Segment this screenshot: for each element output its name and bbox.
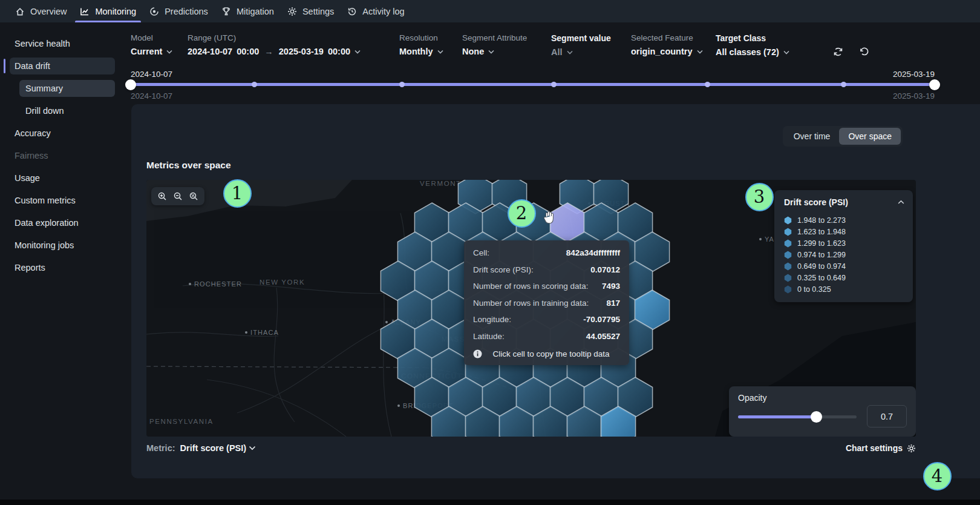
sidebar-item-monitoring-jobs[interactable]: Monitoring jobs [10,237,115,254]
tooltip-row-label: Drift score (PSI): [473,265,534,275]
segment-value-field: Segment value All [551,33,612,70]
tooltip-row: Drift score (PSI):0.07012 [473,265,620,275]
sidebar-item-service-health[interactable]: Service health [10,35,115,52]
sidebar-item-data-exploration[interactable]: Data exploration [10,214,115,231]
chart-line-icon [80,7,90,16]
slider-handle-start[interactable] [125,79,136,90]
zoom-in-button[interactable] [157,191,167,201]
slider-tick-dot [252,82,257,87]
tooltip-row-value: 7493 [602,282,620,291]
top-navigation: Overview Monitoring Predictions Mitigati… [0,0,980,22]
nav-item-predictions[interactable]: Predictions [143,0,215,22]
range-start-sublabel: 2024-10-07 [131,91,172,101]
tooltip-row-label: Number of rows in training data: [473,299,589,308]
slider-tick-dot [551,82,557,87]
page-title: Metrics over space [146,160,903,171]
tooltip-row-label: Number of rows in scoring data: [473,282,589,291]
nav-item-overview[interactable]: Overview [8,0,73,22]
refresh-button[interactable] [833,47,843,70]
segment-attribute-field: Segment Attribute None [462,33,532,70]
annotation-marker-1: 1 [223,179,252,208]
range-end-sublabel: 2025-03-19 [893,91,935,101]
chevron-down-icon [697,50,703,54]
sidebar-item-accuracy[interactable]: Accuracy [10,125,115,142]
legend-range-label: 1.948 to 2.273 [797,216,846,225]
nav-label: Mitigation [237,7,274,16]
hexagon-swatch-icon [784,274,792,282]
nav-item-monitoring[interactable]: Monitoring [73,0,143,22]
legend-item: 1.948 to 2.273 [784,214,904,226]
sidebar-item-data-drift[interactable]: Data drift [10,58,115,74]
tooltip-row-value: 0.07012 [590,265,620,275]
legend-header[interactable]: Drift score (PSI) [784,197,904,207]
selected-feature-dropdown[interactable]: origin_country [631,47,696,56]
main-area: Model Current Range (UTC) 2024-10-07 00:… [121,22,980,505]
chevron-down-icon [354,50,361,54]
nav-item-settings[interactable]: Settings [281,0,341,22]
view-toggle: Over time Over space [783,126,903,147]
slider-handle-end[interactable] [929,79,940,90]
model-dropdown[interactable]: Current [131,47,168,56]
tooltip-row: Number of rows in training data:817 [473,299,620,308]
annotation-marker-2: 2 [508,199,536,228]
legend-item: 0.649 to 0.974 [784,260,904,272]
chevron-down-icon [488,50,494,54]
chevron-down-icon [437,50,443,54]
sidebar-item-reports[interactable]: Reports [10,259,115,276]
range-start-label: 2024-10-07 [131,70,172,79]
opacity-slider[interactable] [738,415,857,418]
zoom-in-icon [157,191,167,201]
slider-track[interactable] [131,83,935,86]
legend-range-label: 0.649 to 0.974 [797,262,846,271]
toggle-over-time[interactable]: Over time [785,128,840,145]
chevron-down-icon [783,50,789,54]
legend-item: 1.623 to 1.948 [784,226,904,237]
chart-settings-button[interactable]: Chart settings [846,443,916,453]
zoom-fit-button[interactable] [189,191,198,201]
tooltip-rows: Cell:842a34dffffffffDrift score (PSI):0.… [473,248,620,342]
tooltip-row-label: Latitude: [473,332,505,342]
range-dropdown[interactable]: 2024-10-07 00:00 → 2025-03-19 00:00 [188,47,380,56]
opacity-label: Opacity [738,393,766,403]
range-field: Range (UTC) 2024-10-07 00:00 → 2025-03-1… [188,33,380,70]
sidebar-item-drill-down[interactable]: Drill down [19,102,115,119]
nav-label: Settings [302,7,334,16]
nav-label: Monitoring [95,7,136,16]
trophy-icon [221,7,231,16]
metric-dropdown[interactable]: Metric: Drift score (PSI) [146,443,256,453]
range-end-label: 2025-03-19 [893,70,935,79]
map-legend: Drift score (PSI) 1.948 to 2.2731.623 to… [774,190,913,302]
segment-value-dropdown[interactable]: All [551,47,612,57]
tooltip-row-value: 44.05527 [586,332,620,342]
legend-item: 0.325 to 0.649 [784,272,904,283]
resolution-dropdown[interactable]: Monthly [399,47,443,56]
sidebar-item-usage[interactable]: Usage [10,170,115,186]
hexagon-swatch-icon [784,262,792,271]
opacity-value-input[interactable]: 0.7 [867,405,907,427]
sidebar-item-custom-metrics[interactable]: Custom metrics [10,192,115,209]
nav-item-activity-log[interactable]: Activity log [341,0,411,22]
map-zoom-controls [151,187,204,205]
arrow-right-icon: → [263,47,275,56]
segment-attribute-dropdown[interactable]: None [462,47,532,56]
tooltip-row-value: -70.07795 [583,315,620,325]
sidebar-item-summary[interactable]: Summary [19,80,115,97]
map-footer-row: Metric: Drift score (PSI) Chart settings [146,443,916,453]
reset-button[interactable] [859,47,869,70]
zoom-out-button[interactable] [173,191,183,201]
refresh-icon [833,47,843,57]
zoom-fit-icon [189,191,198,201]
legend-range-label: 0.974 to 1.299 [797,251,846,259]
annotation-marker-3: 3 [745,183,774,211]
toggle-over-space[interactable]: Over space [839,128,901,145]
opacity-slider-handle[interactable] [811,411,822,423]
nav-item-mitigation[interactable]: Mitigation [215,0,281,22]
hand-cursor-icon [541,209,558,226]
date-range-slider: 2024-10-07 2025-03-19 2024-10-07 2025-03… [131,70,935,105]
target-class-dropdown[interactable]: All classes (72) [716,47,800,57]
tooltip-row: Number of rows in scoring data:7493 [473,282,620,291]
gear-icon [287,7,297,16]
hexagon-swatch-icon [784,239,792,248]
model-field: Model Current [131,33,168,70]
chevron-up-icon [898,200,904,205]
